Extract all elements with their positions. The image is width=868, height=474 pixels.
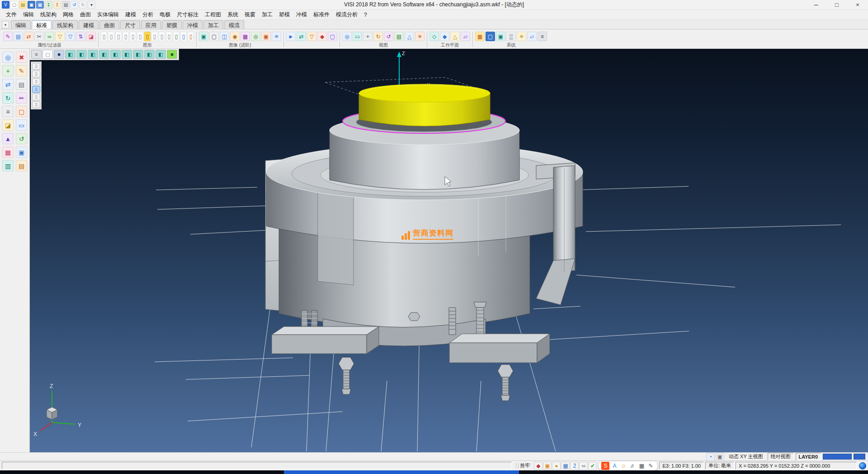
view-iso-8-icon[interactable]: ◧ — [144, 50, 155, 59]
view-iso-3-icon[interactable]: ◧ — [88, 50, 98, 59]
layers-icon[interactable]: ≡ — [2, 106, 14, 117]
graphics-pane-13-icon[interactable]: ▯ — [188, 32, 194, 41]
snap-mode-icon[interactable]: ◆ — [534, 462, 542, 470]
new-file-icon[interactable]: ▢ — [10, 1, 18, 9]
save-all-icon[interactable]: ▦ — [36, 1, 44, 9]
ime-emoji-icon[interactable]: ☺ — [619, 462, 627, 470]
side-doc-2-icon[interactable]: ▯ — [32, 71, 40, 77]
graphics-pane-7-icon[interactable]: ▯ — [144, 32, 151, 41]
measure-icon[interactable]: ▭ — [16, 119, 27, 131]
view-wireframe-icon[interactable]: ▢ — [42, 50, 53, 59]
workplane-xy-icon[interactable]: ◇ — [429, 32, 439, 41]
undo-icon[interactable]: ↺ — [71, 1, 78, 9]
layer-color-bar[interactable] — [823, 454, 852, 460]
tab-3[interactable]: 线架构 — [52, 20, 78, 29]
graphics-pane-9-icon[interactable]: ▯ — [159, 32, 165, 41]
taskbar-sliver[interactable] — [0, 470, 868, 474]
side-doc-3-icon[interactable]: ▯ — [32, 78, 40, 85]
graphics-pane-6-icon[interactable]: ▯ — [137, 32, 143, 41]
layer-color-bar-2[interactable] — [854, 454, 865, 460]
side-doc-4-icon[interactable]: ▯ — [32, 86, 40, 93]
model-threaded-stud-center[interactable] — [449, 308, 456, 335]
print-icon[interactable]: ▤ — [62, 1, 70, 9]
link-status-icon[interactable]: ∞ — [579, 462, 588, 470]
export-icon[interactable]: ↥ — [53, 1, 61, 9]
import-icon[interactable]: ↧ — [45, 1, 52, 9]
app-logo-icon[interactable]: V — [2, 1, 9, 9]
menu-item-11[interactable]: 工程图 — [202, 9, 224, 20]
lock-toggle[interactable]: 拴牢 — [513, 462, 533, 469]
layer-indicator[interactable]: LAYER0 — [796, 453, 821, 460]
view-iso-2-icon[interactable]: ◧ — [76, 50, 87, 59]
view-iso-9-icon[interactable]: ◧ — [156, 50, 166, 59]
redraw-icon[interactable]: ✳ — [415, 32, 425, 41]
notepad-icon[interactable]: ▢ — [16, 106, 27, 117]
view-orient-icon[interactable]: ◔ — [706, 453, 715, 461]
filter-funnel-icon[interactable]: ▽ — [55, 32, 65, 41]
workplane-3point-icon[interactable]: △ — [450, 32, 460, 41]
minimize-button[interactable]: ─ — [806, 0, 826, 9]
menu-item-3[interactable]: 线架构 — [37, 9, 60, 20]
tab-11[interactable]: 模流 — [224, 20, 244, 29]
view-pin-icon[interactable]: ▣ — [716, 453, 724, 461]
open-folder-icon[interactable]: ▤ — [19, 1, 27, 9]
image-capture-icon[interactable]: ▣ — [543, 462, 552, 470]
camera-icon[interactable]: ◎ — [251, 32, 260, 41]
tab-2[interactable]: 标准 — [32, 20, 52, 29]
palette-icon[interactable]: ▦ — [2, 147, 14, 158]
model-assembly[interactable] — [265, 84, 583, 401]
render-toggle-icon[interactable]: ■ — [167, 50, 177, 59]
bounding-box-icon[interactable]: ▢ — [328, 32, 337, 41]
eraser-icon[interactable]: ◪ — [2, 119, 14, 131]
menu-item-19[interactable]: ? — [361, 10, 370, 19]
lock-status-icon[interactable]: ● — [552, 462, 561, 470]
undo-icon[interactable]: ↺ — [16, 133, 27, 144]
swap-view-icon[interactable]: ⇄ — [297, 32, 306, 41]
graphics-pane-4-icon[interactable]: ▯ — [123, 32, 129, 41]
snap-point-icon[interactable]: + — [2, 65, 14, 76]
menu-item-10[interactable]: 尺寸标注 — [174, 9, 202, 20]
attribute-swap-icon[interactable]: ⇄ — [24, 32, 33, 41]
cad-exchange-icon[interactable]: ▱ — [527, 32, 537, 41]
ime-lang-icon[interactable]: A — [610, 462, 618, 470]
attribute-copy-icon[interactable]: ▤ — [14, 32, 23, 41]
tab-8[interactable]: 塑膜 — [162, 20, 182, 29]
tab-4[interactable]: 建模 — [79, 20, 99, 29]
menu-item-4[interactable]: 网格 — [60, 9, 77, 20]
render-settings-icon[interactable]: ✳ — [272, 32, 281, 41]
view-shaded-icon[interactable]: ■ — [54, 50, 64, 59]
filter-edit-icon[interactable]: ▽ — [66, 32, 75, 41]
dynamic-shading-icon[interactable]: ◉ — [230, 32, 240, 41]
magnet-snap-icon[interactable]: ◆ — [317, 32, 327, 41]
menu-item-8[interactable]: 分析 — [139, 9, 156, 20]
viewport-3d[interactable]: Z X Y — [30, 49, 868, 452]
workplane-align-icon[interactable]: ◆ — [440, 32, 449, 41]
view-iso-5-icon[interactable]: ◧ — [110, 50, 121, 59]
graphics-pane-5-icon[interactable]: ▯ — [130, 32, 136, 41]
menu-item-9[interactable]: 电极 — [156, 9, 174, 20]
3d-scene[interactable]: Z X Y — [30, 49, 868, 452]
zoom-fit-icon[interactable]: ◎ — [342, 32, 352, 41]
menu-item-2[interactable]: 编辑 — [20, 9, 37, 20]
system-monitor-icon[interactable]: ▣ — [496, 32, 505, 41]
ime-tools-icon[interactable]: ✎ — [646, 462, 655, 470]
menu-item-5[interactable]: 曲面 — [77, 9, 94, 20]
ime-keyboard-icon[interactable]: ▦ — [637, 462, 646, 470]
view-iso-1-icon[interactable]: ◧ — [65, 50, 75, 59]
confirm-icon[interactable]: ✔ — [588, 462, 597, 470]
sogou-logo-icon[interactable]: S — [601, 462, 609, 470]
globe-icon[interactable] — [859, 462, 866, 469]
graphics-pane-3-icon[interactable]: ▯ — [115, 32, 122, 41]
named-views-icon[interactable]: ▤ — [394, 32, 404, 41]
graphics-pane-8-icon[interactable]: ▯ — [151, 32, 158, 41]
display-list-icon[interactable]: ≡ — [31, 50, 42, 59]
menu-item-13[interactable]: 视窗 — [241, 9, 259, 20]
view-iso-7-icon[interactable]: ◧ — [133, 50, 143, 59]
maximize-button[interactable]: □ — [826, 0, 847, 9]
display-mode-icon[interactable]: ▦ — [561, 462, 570, 470]
tab-9[interactable]: 冲模 — [183, 20, 203, 29]
materials-icon[interactable]: ▦ — [241, 32, 250, 41]
zoom-window-icon[interactable]: ▭ — [353, 32, 362, 41]
options-icon[interactable]: ≡ — [538, 32, 547, 41]
side-doc-5-icon[interactable]: ▯ — [32, 94, 40, 100]
